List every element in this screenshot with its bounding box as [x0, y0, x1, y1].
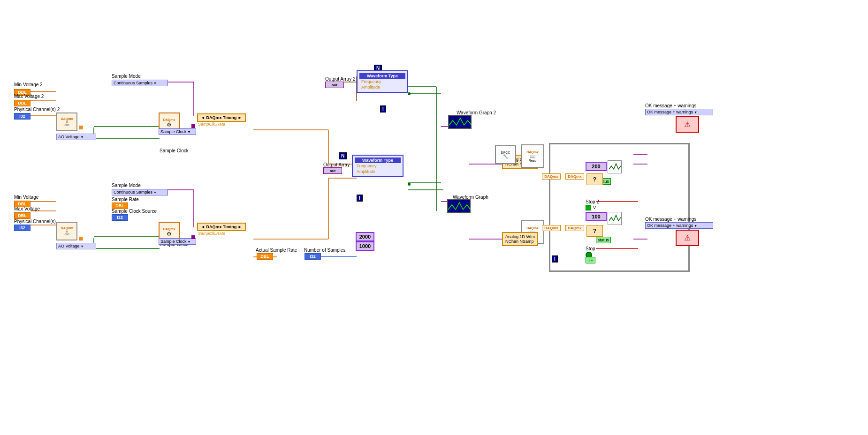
labview-block-diagram: Min Voltage 2 DBL Max Voltage 2 DBL Phys… [0, 0, 868, 435]
sample-clock-source-label: Sample Clock Source [112, 209, 157, 214]
i-label-top: I [380, 105, 386, 112]
waveform-icon-bottom[interactable] [608, 212, 622, 225]
dpcc-icon[interactable]: DPCC 🔧 [495, 145, 516, 164]
analog-1d-wfm-bottom[interactable]: Analog 1D Wfm NChan NSamp [502, 232, 538, 246]
n-label-bottom: N [339, 152, 347, 159]
waveform-graph-2-display[interactable] [448, 115, 472, 129]
sample-rate-dbl[interactable]: DBL [112, 202, 128, 209]
actual-sample-rate-label: Actual Sample Rate [256, 248, 297, 253]
stop-label: Stop [586, 246, 595, 251]
max-voltage-2-dbl[interactable]: DBL [14, 100, 30, 106]
question-node-bottom[interactable]: ? [586, 225, 603, 237]
true-box: TF [586, 257, 595, 263]
sample-mode-top-label: Sample Mode [112, 74, 141, 79]
ok-msg-top-dropdown[interactable]: OK message + warnings [645, 109, 713, 115]
daqmx-right-dbl-2[interactable]: DAQmx [565, 173, 584, 180]
waveform-block-bottom: Waveform Type Frequency Amplitude [352, 155, 404, 177]
daqmx-right-dbl-1[interactable]: DAQmx [542, 173, 561, 180]
frequency-bottom-row: Frequency [355, 163, 401, 169]
sampclk-rate-top-label: SampClk.Rate [198, 122, 225, 127]
min-voltage-label: Min Voltage [14, 195, 38, 200]
ok-msg-bottom-dropdown[interactable]: OK message + warnings [645, 222, 713, 229]
output-array-2-box[interactable]: out [325, 82, 344, 88]
question-node-top[interactable]: ? [586, 173, 603, 185]
error-cluster-top[interactable]: ⚠ [676, 116, 699, 133]
daqmx-timing-bottom[interactable]: ◄ DAQmx Timing ► [197, 223, 246, 231]
physical-channels-2-label: Physical Channel(s) 2 [14, 107, 60, 112]
junction-1 [408, 92, 411, 95]
terminal-3 [191, 124, 195, 128]
sample-mode-bottom-label: Sample Mode [112, 183, 141, 188]
output-array-box[interactable]: out [323, 167, 342, 174]
daqmx-timing-top[interactable]: ◄ DAQmx Timing ► [197, 113, 246, 122]
stop-2-label: Stop 2 [586, 199, 599, 204]
physical-channels-2-i32[interactable]: I32 [14, 113, 30, 120]
sample-clock-bottom-dropdown[interactable]: Sample Clock [159, 238, 196, 245]
max-voltage-label: Max Voltage [14, 206, 40, 211]
daqmx-create-channel-bottom[interactable]: DAQmx ⚙ 000 [56, 222, 77, 240]
sample-rate-label: Sample Rate [112, 197, 139, 202]
amplitude-top-row: Amplitude [359, 84, 405, 90]
sample-clock-top-dropdown[interactable]: Sample Clock [159, 128, 196, 135]
number-of-samples-label: Number of Samples [304, 248, 345, 253]
wire-layer [0, 0, 868, 435]
sampclk-rate-bottom-label: SampClk.Rate [198, 231, 225, 236]
terminal-2 [79, 237, 83, 240]
max-voltage-2-label: Max Voltage 2 [14, 94, 44, 99]
physical-channels-label: Physical Channel(s) [14, 219, 56, 224]
ao-voltage-bottom-dropdown[interactable]: AO Voltage [56, 243, 96, 249]
val-2000-box[interactable]: 2000 [356, 232, 374, 241]
terminal-4 [191, 235, 195, 239]
physical-channels-i32[interactable]: I32 [14, 225, 30, 231]
waveform-icon-top[interactable] [608, 160, 622, 173]
val-200-box[interactable]: 200 [586, 162, 607, 171]
sample-clock-top-label: Sample Clock [160, 148, 189, 153]
actual-sample-rate-dbl[interactable]: DBL [257, 253, 273, 260]
daqmx-right-dbl-4[interactable]: DAQmx [565, 225, 584, 231]
ao-voltage-top-dropdown[interactable]: AO Voltage [56, 134, 96, 140]
waveform-graph-display[interactable] [447, 199, 471, 213]
output-array-2-label: Output Array 2 [325, 76, 355, 82]
val-100-box[interactable]: 100 [586, 212, 607, 221]
error-cluster-bottom[interactable]: ⚠ [676, 230, 699, 246]
i-label-loop: I [552, 255, 558, 262]
min-voltage-2-label: Min Voltage 2 [14, 82, 43, 87]
daqmx-right-dbl-3[interactable]: DAQmx [542, 225, 561, 231]
waveform-type-bottom-title: Waveform Type [355, 158, 401, 163]
max-voltage-dbl[interactable]: DBL [14, 212, 30, 219]
continuous-samples-top-dropdown[interactable]: Continuous Samples [112, 80, 168, 86]
daqmx-create-channel-top[interactable]: DAQmx ⚙ 000 [56, 112, 77, 131]
number-of-samples-i32[interactable]: I32 [305, 253, 321, 260]
status-bottom-box: status [596, 237, 611, 243]
amplitude-bottom-row: Amplitude [355, 169, 401, 174]
sample-clock-source-box[interactable]: I32 [112, 214, 128, 221]
continuous-samples-bottom-dropdown[interactable]: Continuous Samples [112, 189, 168, 195]
junction-2 [408, 183, 411, 186]
daqmx-read-top[interactable]: DAQmx 📖 Read [521, 144, 544, 168]
val-1000-box[interactable]: 1000 [356, 241, 374, 251]
waveform-type-top-title: Waveform Type [359, 73, 405, 79]
waveform-block-top: Waveform Type Frequency Amplitude [357, 70, 408, 93]
terminal-1 [79, 126, 83, 129]
stop-2-control[interactable]: V [586, 205, 596, 210]
i-label-bottom: I [357, 195, 363, 202]
frequency-top-row: Frequency [359, 79, 405, 84]
output-array-label: Output Array [323, 162, 350, 167]
